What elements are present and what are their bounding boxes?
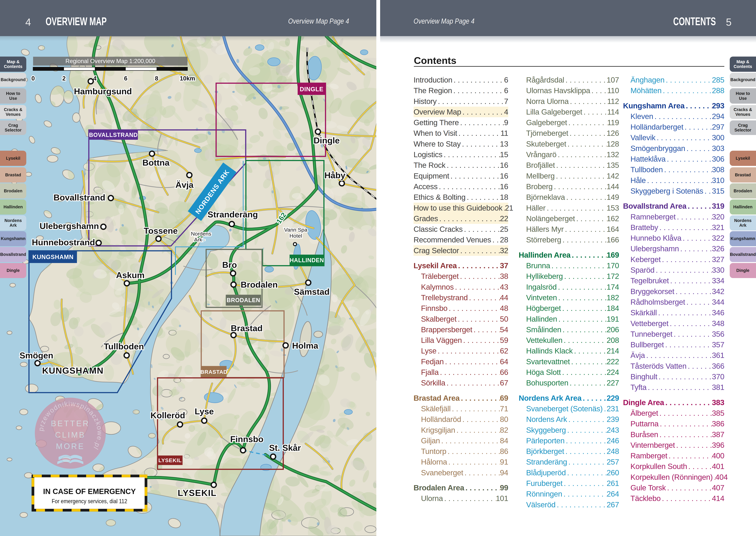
svg-text:KUNGSHAMN: KUNGSHAMN: [42, 365, 104, 376]
svg-text:Holma: Holma: [292, 341, 318, 350]
svg-text:10km: 10km: [180, 75, 195, 82]
svg-text:Bovallstrand: Bovallstrand: [53, 193, 105, 202]
svg-text:CLIMB: CLIMB: [55, 430, 86, 439]
svg-text:0: 0: [31, 75, 35, 82]
svg-text:St. Skår: St. Skår: [269, 443, 301, 452]
svg-text:Ark ·: Ark ·: [194, 237, 205, 243]
svg-text:Bottna: Bottna: [142, 158, 170, 167]
svg-text:LYSEKIL: LYSEKIL: [158, 457, 182, 463]
svg-text:Håby: Håby: [325, 171, 345, 180]
svg-text:6: 6: [124, 75, 127, 82]
svg-text:Bro: Bro: [222, 260, 237, 270]
svg-text:Sämstad: Sämstad: [294, 287, 330, 296]
svg-text:KUNGSHAMN: KUNGSHAMN: [32, 254, 74, 260]
svg-text:DINGLE: DINGLE: [300, 86, 324, 92]
svg-text:Stranderäng: Stranderäng: [207, 210, 258, 219]
svg-text:Brodalen: Brodalen: [241, 280, 278, 289]
svg-text:Hamburgsund: Hamburgsund: [74, 86, 132, 96]
svg-text:Smögen: Smögen: [19, 351, 53, 360]
svg-text:Kolleröd: Kolleröd: [150, 411, 185, 420]
svg-text:BOVALLSTRAND: BOVALLSTRAND: [89, 132, 138, 138]
svg-text:For emergency services, dial 1: For emergency services, dial 112: [51, 498, 127, 504]
svg-text:Regional Overview Map 1:200,00: Regional Overview Map 1:200,000: [65, 58, 155, 64]
svg-text:MORE: MORE: [56, 442, 85, 451]
svg-text:Hunnebostrand: Hunnebostrand: [32, 238, 95, 247]
svg-text:2: 2: [62, 75, 66, 82]
svg-text:Ulebergshamn: Ulebergshamn: [40, 221, 99, 231]
svg-text:Lyse: Lyse: [195, 407, 214, 416]
svg-text:BETTER: BETTER: [51, 419, 90, 428]
svg-text:Hotel: Hotel: [289, 233, 302, 239]
svg-text:BRODALEN: BRODALEN: [227, 297, 260, 303]
svg-text:BRASTAD: BRASTAD: [201, 369, 228, 375]
svg-text:Tullboden: Tullboden: [104, 342, 144, 351]
svg-text:IN CASE OF EMERGENCY: IN CASE OF EMERGENCY: [43, 487, 136, 496]
svg-text:LYSEKIL: LYSEKIL: [178, 488, 216, 498]
svg-text:Tossene: Tossene: [143, 226, 178, 235]
svg-text:Ävja: Ävja: [175, 180, 194, 189]
svg-text:Brastad: Brastad: [231, 323, 263, 333]
svg-text:Vann Spa: Vann Spa: [284, 227, 307, 233]
svg-text:Finnsbo: Finnsbo: [230, 434, 264, 444]
svg-text:Dingle: Dingle: [313, 136, 340, 145]
svg-text:HALLINDEN: HALLINDEN: [290, 257, 324, 263]
svg-text:8: 8: [155, 75, 158, 82]
svg-text:Nordens: Nordens: [191, 231, 211, 237]
svg-text:Askum: Askum: [116, 270, 144, 280]
